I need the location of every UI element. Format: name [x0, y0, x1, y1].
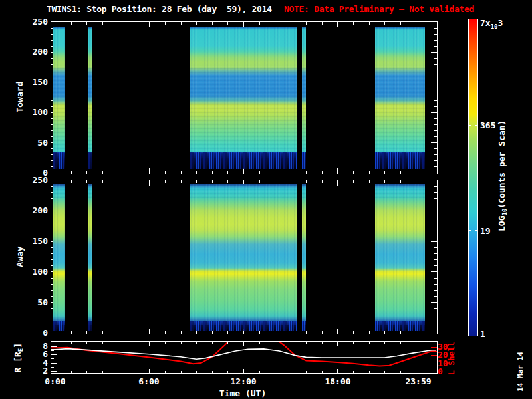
x-axis-tick: [118, 171, 118, 174]
x-axis-tick: [384, 171, 385, 174]
y-axis-tick: [434, 223, 437, 223]
toward-axis-label: Toward: [15, 57, 25, 137]
date-stamp: 14 Mar 14: [515, 332, 526, 399]
x-axis-tick: [384, 371, 385, 373]
y-axis-tick: [434, 136, 437, 137]
x-axis-tick: [134, 22, 134, 25]
orbit-line-plot: [51, 342, 437, 373]
colorbar: [468, 19, 478, 336]
x-axis-tick: [102, 171, 103, 174]
x-axis-tick: [134, 342, 134, 344]
x-axis-tick: [102, 22, 103, 25]
x-axis-tick: [369, 371, 370, 373]
x-axis-tick: [400, 342, 401, 344]
lshell-ytick-label: 0: [438, 367, 443, 376]
x-axis-tick: [212, 180, 213, 183]
away-spectrogram-panel: [51, 180, 438, 334]
y-axis-tick: [431, 112, 437, 113]
x-axis-tick: [149, 22, 150, 27]
colorbar-tick-label: 365: [480, 120, 495, 130]
x-axis-tick: [275, 22, 275, 25]
away-ytick-label: 200: [28, 206, 48, 215]
x-axis-tick: [71, 331, 72, 334]
x-axis-tick: [259, 342, 260, 344]
y-axis-tick: [434, 247, 437, 248]
x-axis-tick: [322, 342, 323, 344]
y-axis-tick: [434, 235, 437, 235]
lshell-ytick-label: 30: [438, 342, 448, 352]
x-axis-tick: [416, 171, 416, 174]
x-axis-tick: [369, 171, 370, 174]
away-spectrogram-data: [51, 180, 437, 334]
y-axis-tick: [434, 58, 437, 59]
x-axis-tick: [259, 22, 260, 25]
x-axis-tick: [275, 371, 275, 373]
away-axis-label: Away: [15, 217, 25, 297]
noise-band: [375, 321, 425, 331]
x-axis-tick: [212, 171, 213, 174]
x-axis-tick: [196, 22, 197, 25]
x-axis-tick: [400, 171, 401, 174]
y-axis-tick: [434, 290, 437, 291]
plot-title: TWINS1: Stop Position: 28 Feb (day 59), …: [47, 4, 272, 14]
x-axis-tick: [416, 331, 416, 334]
lshell-ytick: [434, 368, 437, 368]
x-axis-tick: [369, 331, 370, 334]
away-ytick-label: 250: [28, 176, 48, 185]
x-axis-tick: [306, 371, 307, 373]
y-axis-tick: [434, 321, 437, 321]
r-ytick: [51, 350, 54, 351]
y-axis-tick: [431, 142, 437, 143]
x-axis-tick: [181, 342, 182, 344]
x-axis-tick: [353, 331, 354, 334]
x-axis-tick: [275, 171, 275, 174]
x-axis-tick: [275, 180, 275, 183]
x-axis-tick: [322, 371, 323, 373]
colorbar-gradient: [469, 19, 477, 336]
x-axis-tick: [306, 342, 307, 344]
y-axis-tick: [434, 34, 437, 35]
x-axis-tick: [322, 180, 323, 183]
x-axis-tick: [181, 22, 182, 25]
x-axis-tick: [384, 22, 385, 25]
spectrogram-data-block: [375, 184, 425, 325]
x-axis-tick: [134, 180, 134, 183]
y-axis-tick: [431, 211, 437, 211]
y-axis-tick: [434, 46, 437, 47]
r-ytick: [51, 354, 57, 355]
x-axis-tick: [400, 180, 401, 183]
y-axis-tick: [434, 229, 437, 229]
spectrogram-data-block: [53, 184, 65, 325]
toward-ytick-label: 50: [28, 138, 48, 148]
x-axis-tick: [212, 371, 213, 373]
r-ytick: [51, 363, 57, 364]
r-ytick-label: 6: [28, 350, 48, 359]
away-ytick-label: 150: [28, 237, 48, 246]
x-axis-tick: [384, 342, 385, 344]
y-axis-tick: [434, 76, 437, 76]
y-axis-tick: [434, 166, 437, 167]
x-axis-tick: [353, 171, 354, 174]
spectrogram-data-block: [302, 27, 306, 153]
lshell-ytick: [431, 364, 437, 364]
r-ytick: [51, 367, 54, 368]
y-axis-tick: [434, 88, 437, 88]
y-axis-tick: [434, 284, 437, 285]
y-axis-tick: [434, 40, 437, 41]
x-axis-tick: [149, 342, 150, 346]
y-axis-tick: [431, 302, 437, 303]
colorbar-tick-label: 1: [480, 329, 485, 339]
x-axis-tick: [71, 171, 72, 174]
x-axis-tick: [259, 180, 260, 183]
orbit-line-panel: [51, 341, 438, 374]
toward-ytick-label: 200: [28, 47, 48, 57]
y-axis-tick: [431, 52, 437, 53]
y-axis-tick: [431, 241, 437, 242]
preliminary-note: NOTE: Data Preliminary – Not validated: [284, 4, 474, 14]
y-axis-tick: [434, 198, 437, 199]
x-axis-tick: [369, 22, 370, 25]
x-axis-tick: [291, 180, 291, 183]
y-axis-tick: [434, 100, 437, 101]
x-axis-tick: [118, 22, 118, 25]
x-axis-tick: [369, 180, 370, 183]
